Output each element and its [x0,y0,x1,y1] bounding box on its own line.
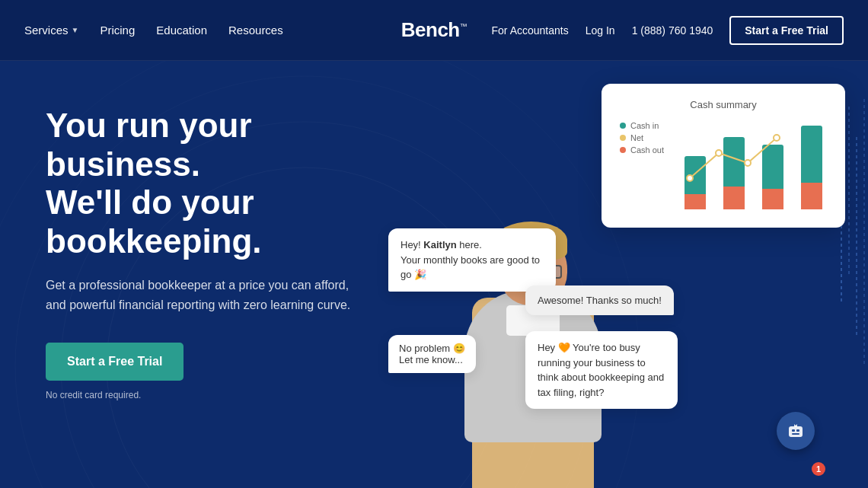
svg-rect-13 [792,429,795,432]
hero-section: You run your business. We'll do your boo… [0,61,868,488]
chat-widget-button[interactable] [777,412,815,450]
nav-item-resources[interactable]: Resources [228,24,283,37]
trend-line-svg [679,121,827,212]
chevron-down-icon: ▼ [72,26,79,34]
legend-net: Net [620,133,664,142]
svg-point-17 [795,423,797,426]
chart-title: Cash summary [620,99,827,110]
chat-bubble-4: Hey 🧡 You're too busy running your busin… [525,331,678,409]
legend-cash-in: Cash in [620,121,664,130]
navigation: Services ▼ Pricing Education Resources B… [0,0,868,61]
svg-rect-15 [792,433,799,435]
nav-left: Services ▼ Pricing Education Resources [24,24,283,37]
bar-red-3 [762,189,783,209]
hero-subheading: Get a professional bookkeeper at a price… [46,276,396,314]
chat-bubble-3: No problem 😊Let me know... [388,335,476,373]
hero-no-credit-card-note: No credit card required. [46,390,396,400]
chat-bubble-1: Hey! Kaitlyn here.Your monthly books are… [388,228,556,292]
cash-summary-card: Cash summary Cash in Net Cash out [602,84,845,228]
hero-heading: You run your business. We'll do your boo… [46,107,396,260]
for-accountants-link[interactable]: For Accountants [492,24,569,37]
svg-point-10 [745,160,751,166]
bar-group-4 [796,126,827,209]
bar-green-1 [685,156,706,194]
svg-point-9 [716,150,722,156]
log-in-link[interactable]: Log In [586,24,615,37]
site-logo[interactable]: Bench™ [401,18,467,42]
bar-chart-area [679,121,827,212]
hero-cta-button[interactable]: Start a Free Trial [46,343,183,381]
phone-link[interactable]: 1 (888) 760 1940 [632,24,713,37]
person-image [449,183,617,488]
bar-chart [679,121,827,212]
nav-item-pricing[interactable]: Pricing [100,24,135,37]
svg-rect-12 [789,426,803,437]
svg-point-11 [774,135,780,141]
bar-green-2 [723,137,745,187]
legend-dot-green [620,123,626,129]
bar-group-1 [679,156,710,209]
hero-content: You run your business. We'll do your boo… [0,61,396,400]
bar-red-2 [723,187,745,209]
nav-item-services[interactable]: Services ▼ [24,24,78,37]
chat-bubble-2: Awesome! Thanks so much! [525,285,674,315]
chat-badge: 1 [812,462,825,476]
nav-right: For Accountants Log In 1 (888) 760 1940 … [492,16,844,45]
nav-item-education[interactable]: Education [156,24,207,37]
svg-point-8 [687,175,693,181]
legend-dot-red [620,147,626,153]
robot-icon [785,420,806,442]
bar-red-4 [801,183,822,209]
bar-red-1 [685,194,706,209]
legend-cash-out: Cash out [620,145,664,155]
bar-green-4 [801,126,822,183]
chart-legend: Cash in Net Cash out [620,121,664,205]
svg-rect-14 [796,429,799,432]
bar-green-3 [762,145,783,189]
hero-illustration: Cash summary Cash in Net Cash out [373,61,868,488]
nav-cta-button[interactable]: Start a Free Trial [729,16,844,45]
svg-rect-16 [794,424,797,427]
bar-group-3 [757,145,788,209]
bar-group-2 [718,137,749,209]
legend-dot-orange [620,135,626,141]
